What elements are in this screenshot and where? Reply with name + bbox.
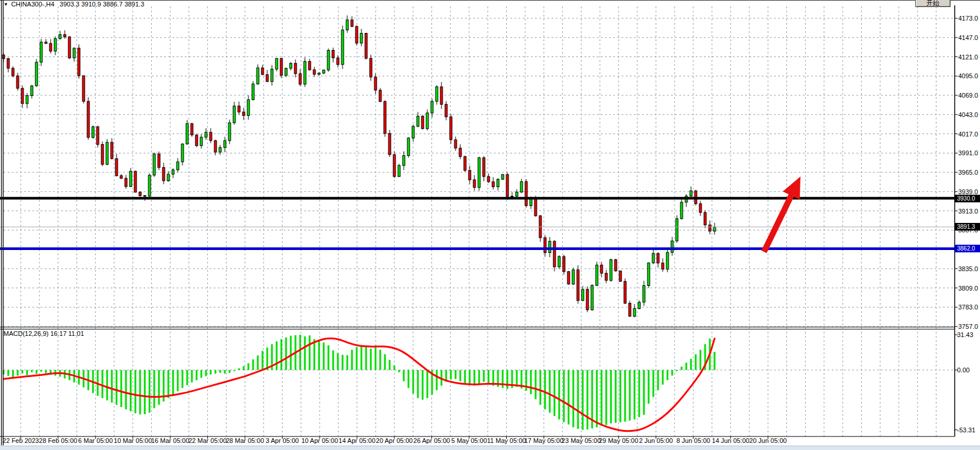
symbol-timeframe-label: CHINA300-,H4	[11, 1, 54, 8]
svg-text:14 Apr 05:00: 14 Apr 05:00	[338, 437, 375, 444]
svg-text:20 Jun 05:00: 20 Jun 05:00	[749, 437, 787, 444]
svg-text:4017.0: 4017.0	[958, 131, 978, 138]
svg-text:3965.0: 3965.0	[958, 169, 978, 176]
svg-text:31.43: 31.43	[957, 331, 974, 338]
chart-canvas[interactable]: 4173.04147.04121.04095.04069.04043.04017…	[0, 0, 980, 450]
price-badge-support: 3862.0	[955, 245, 980, 252]
macd-indicator-label: MACD(12,26,9) 16.17 11.01	[4, 330, 84, 337]
svg-text:16 Mar 05:00: 16 Mar 05:00	[151, 437, 190, 444]
svg-text:23 May 05:00: 23 May 05:00	[562, 437, 601, 444]
chart-window: 4173.04147.04121.04095.04069.04043.04017…	[0, 0, 980, 450]
svg-text:3991.0: 3991.0	[958, 149, 978, 156]
svg-text:3913.0: 3913.0	[958, 208, 978, 215]
chart-title: ▼CHINA300-,H43903.3 3910.9 3886.7 3891.3	[4, 1, 144, 8]
svg-text:4043.0: 4043.0	[958, 111, 978, 118]
svg-text:3809.0: 3809.0	[958, 285, 978, 292]
svg-text:26 Apr 05:00: 26 Apr 05:00	[413, 437, 450, 444]
svg-text:10 Apr 05:00: 10 Apr 05:00	[301, 437, 338, 444]
svg-text:11 May 05:00: 11 May 05:00	[487, 437, 526, 444]
svg-text:3757.0: 3757.0	[958, 323, 978, 330]
svg-text:4069.0: 4069.0	[958, 92, 978, 99]
svg-text:6 Mar 05:00: 6 Mar 05:00	[78, 437, 113, 444]
time-axis: 22 Feb 202328 Feb 05:006 Mar 05:0010 Mar…	[2, 436, 786, 444]
svg-text:3835.0: 3835.0	[958, 265, 978, 272]
svg-text:3 Apr 05:00: 3 Apr 05:00	[265, 437, 298, 444]
price-badge-last-price: 3891.3	[955, 223, 980, 231]
svg-text:3783.0: 3783.0	[958, 304, 978, 311]
svg-text:4173.0: 4173.0	[958, 15, 978, 22]
svg-text:4121.0: 4121.0	[958, 54, 978, 61]
svg-text:4095.0: 4095.0	[958, 72, 978, 79]
collapse-triangle-icon[interactable]: ▼	[4, 2, 8, 7]
svg-text:4147.0: 4147.0	[958, 34, 978, 41]
price-badge-resistance: 3930.0	[955, 195, 980, 202]
svg-text:17 May 05:00: 17 May 05:00	[524, 437, 564, 444]
start-button[interactable]: 开始	[915, 0, 951, 7]
svg-text:22 Feb 2023: 22 Feb 2023	[2, 437, 39, 444]
ohlc-values: 3903.3 3910.9 3886.7 3891.3	[59, 1, 144, 8]
svg-text:5 May 05:00: 5 May 05:00	[451, 437, 487, 444]
svg-text:-53.31: -53.31	[957, 426, 975, 434]
svg-text:0.00: 0.00	[957, 366, 969, 374]
svg-text:20 Apr 05:00: 20 Apr 05:00	[376, 437, 413, 444]
svg-text:2 Jun 05:00: 2 Jun 05:00	[639, 437, 673, 444]
svg-text:29 May 05:00: 29 May 05:00	[599, 437, 639, 444]
svg-text:10 Mar 05:00: 10 Mar 05:00	[114, 437, 152, 444]
svg-text:28 Mar 05:00: 28 Mar 05:00	[226, 437, 264, 444]
svg-text:28 Feb 05:00: 28 Feb 05:00	[39, 437, 77, 444]
svg-text:14 Jun 05:00: 14 Jun 05:00	[712, 437, 750, 444]
svg-text:8 Jun 05:00: 8 Jun 05:00	[676, 437, 710, 444]
svg-text:22 Mar 05:00: 22 Mar 05:00	[188, 437, 227, 444]
